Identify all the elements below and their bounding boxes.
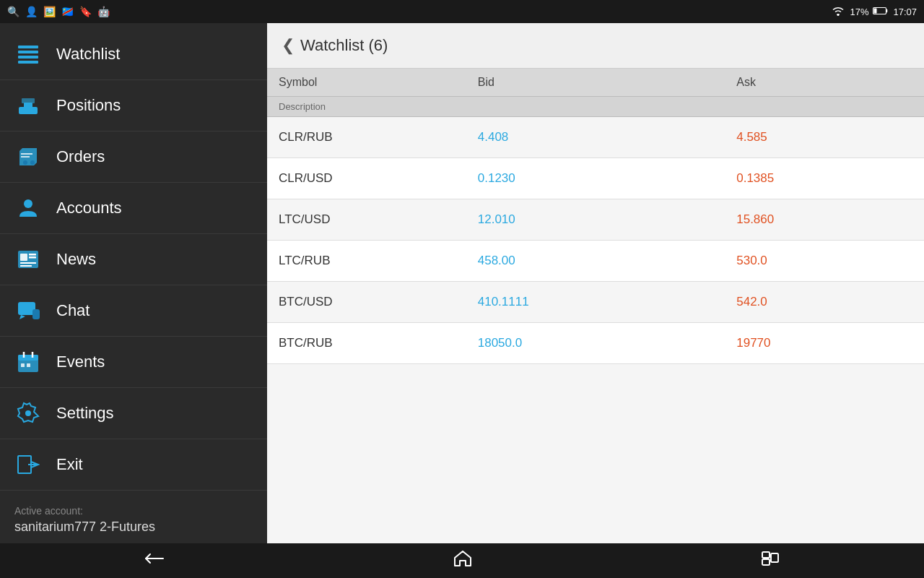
news-label: News [56,250,96,269]
back-button[interactable] [130,545,179,577]
back-chevron-icon[interactable]: ❮ [282,36,295,55]
content-header: ❮ Watchlist (6) [267,23,924,69]
table-header: Symbol Bid Ask [267,69,924,97]
main-layout: Watchlist Positions [0,23,924,543]
header-ask: Ask [725,69,924,96]
svg-rect-32 [771,553,778,562]
ask-clr-usd: 0.1385 [725,158,924,199]
table-row[interactable]: CLR/USD 0.1230 0.1385 [267,158,924,199]
symbol-ltc-usd: LTC/USD [267,199,466,240]
svg-point-12 [24,199,32,208]
events-icon [14,348,42,376]
svg-rect-22 [18,355,38,361]
robot-icon: 🤖 [97,6,110,17]
svg-point-0 [837,14,840,16]
battery-percentage: 17% [850,7,868,17]
sidebar-item-accounts[interactable]: Accounts [0,183,267,234]
symbol-btc-rub: BTC/RUB [267,323,466,363]
svg-rect-20 [32,309,40,319]
ask-btc-rub: 19770 [725,323,924,363]
svg-rect-2 [874,8,877,13]
header-symbol: Symbol [267,69,466,96]
bid-btc-usd: 410.1111 [466,282,725,322]
svg-rect-31 [762,559,770,565]
subheader-ask-sub [725,97,924,116]
table-row[interactable]: CLR/RUB 4.408 4.585 [267,117,924,158]
svg-rect-4 [18,51,38,53]
chat-label: Chat [56,301,90,320]
sidebar-item-watchlist[interactable]: Watchlist [0,29,267,80]
svg-rect-5 [18,56,38,59]
image-icon: 🖼️ [43,6,56,17]
watchlist-table: Symbol Bid Ask Description CLR/RUB 4.408… [267,69,924,543]
subheader-bid-sub [466,97,725,116]
svg-rect-17 [20,262,36,264]
symbol-ltc-rub: LTC/RUB [267,241,466,281]
symbol-btc-usd: BTC/USD [267,282,466,322]
home-button[interactable] [439,544,487,577]
chat-icon [14,297,42,324]
svg-rect-26 [27,363,30,367]
status-bar-left: 🔍 👤 🖼️ 🇨🇩 🔖 🤖 [7,6,110,17]
orders-icon [14,143,42,171]
svg-rect-15 [29,254,36,256]
sidebar-item-positions[interactable]: Positions [0,80,267,131]
table-row[interactable]: BTC/USD 410.1111 542.0 [267,282,924,323]
bid-clr-rub: 4.408 [466,117,725,158]
exit-icon [14,451,42,478]
accounts-icon [14,194,42,222]
active-account-section: Active account: sanitarium777 2-Futures [0,491,267,546]
svg-point-27 [25,410,31,416]
news-icon [14,246,42,273]
table-row[interactable]: LTC/RUB 458.00 530.0 [267,241,924,282]
bookmark-icon: 🔖 [79,6,92,17]
content-area: ❮ Watchlist (6) Symbol Bid Ask Descripti… [267,23,924,543]
ask-btc-usd: 542.0 [725,282,924,322]
watchlist-icon [14,40,42,68]
sidebar-item-exit[interactable]: Exit [0,439,267,491]
time-display: 17:07 [893,7,917,17]
bid-ltc-rub: 458.00 [466,241,725,281]
positions-icon [14,92,42,119]
table-subheader: Description [267,97,924,117]
settings-icon [14,400,42,427]
svg-rect-25 [21,363,25,367]
ask-clr-rub: 4.585 [725,117,924,158]
sidebar-item-chat[interactable]: Chat [0,285,267,337]
svg-rect-30 [762,552,770,558]
ask-ltc-rub: 530.0 [725,241,924,281]
search-icon: 🔍 [7,6,19,17]
sidebar-item-events[interactable]: Events [0,337,267,388]
settings-label: Settings [56,404,114,423]
svg-rect-6 [18,61,38,64]
svg-rect-16 [29,256,36,259]
sidebar: Watchlist Positions [0,23,267,543]
table-row[interactable]: LTC/USD 12.010 15.860 [267,199,924,241]
wifi-icon [831,6,845,18]
sidebar-item-orders[interactable]: Orders [0,131,267,183]
orders-label: Orders [56,147,105,166]
ask-ltc-usd: 15.860 [725,199,924,240]
positions-label: Positions [56,96,121,115]
status-bar: 🔍 👤 🖼️ 🇨🇩 🔖 🤖 17% 17:07 [0,0,924,23]
accounts-label: Accounts [56,199,122,217]
bottom-bar [0,543,924,578]
svg-point-11 [30,160,35,165]
svg-rect-8 [24,103,32,108]
watchlist-label: Watchlist [56,45,120,64]
header-bid: Bid [466,69,725,96]
exit-label: Exit [56,455,83,474]
svg-rect-18 [20,265,32,267]
active-account-name: sanitarium777 2-Futures [14,519,253,535]
sidebar-item-settings[interactable]: Settings [0,388,267,439]
svg-rect-7 [19,107,38,114]
subheader-description: Description [267,97,466,116]
symbol-clr-usd: CLR/USD [267,158,466,199]
recent-button[interactable] [746,545,794,577]
table-row[interactable]: BTC/RUB 18050.0 19770 [267,323,924,364]
svg-rect-9 [22,98,35,103]
sidebar-item-news[interactable]: News [0,234,267,285]
events-label: Events [56,353,105,371]
svg-rect-14 [20,254,27,261]
flag-icon: 🇨🇩 [61,6,74,17]
